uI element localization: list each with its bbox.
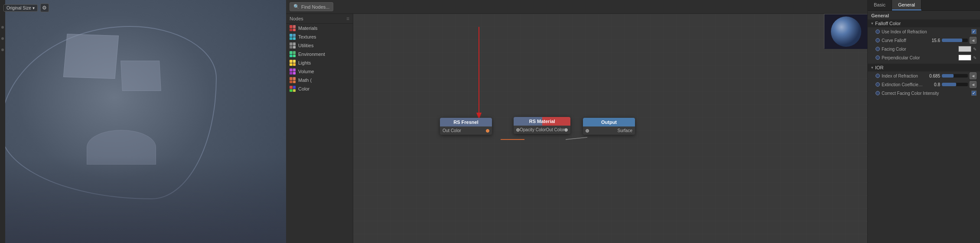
node-list-collapse-icon: ≡ <box>346 16 349 22</box>
node-output-in-port[interactable] <box>586 129 589 133</box>
triangle-icon: ▾ <box>871 21 873 26</box>
node-editor[interactable]: 🔍 Find Nodes... Nodes ≡ MaterialsTexture… <box>286 0 867 243</box>
index-refraction-row: Index of Refraction 0.685 ◀ <box>868 71 980 80</box>
facing-color-swatch[interactable] <box>958 46 971 52</box>
node-rs-fresnel[interactable]: RS Fresnel Out Color <box>440 118 492 135</box>
perpendicular-color-swatch[interactable] <box>958 55 971 61</box>
correct-facing-label: Correct Facing Color Intensity <box>882 91 970 96</box>
find-nodes-button[interactable]: 🔍 Find Nodes... <box>290 2 333 11</box>
node-material-in-port[interactable] <box>516 128 520 132</box>
viewport-gear-button[interactable]: ⚙ <box>40 3 49 12</box>
tab-basic[interactable]: Basic <box>868 0 892 10</box>
facing-color-row: Facing Color ✎ <box>868 45 980 53</box>
icon-cell <box>290 51 293 54</box>
perpendicular-color-icon <box>876 55 880 60</box>
correct-facing-row: Correct Facing Color Intensity ✓ <box>868 89 980 97</box>
icon-cell <box>293 46 296 49</box>
node-icon-0 <box>290 25 296 31</box>
facing-color-label: Facing Color <box>882 47 957 52</box>
node-output-port-row: Surface <box>586 128 632 133</box>
icon-cell <box>290 89 293 92</box>
svg-line-4 <box>566 137 587 139</box>
node-material-port-row: Opacity Color Out Color <box>516 127 568 132</box>
node-output-body: Surface <box>583 126 635 135</box>
node-icon-7 <box>290 86 296 92</box>
icon-cell <box>293 25 296 28</box>
ior-group: ▾ IOR Index of Refraction 0.685 ◀ Extinc… <box>868 64 980 97</box>
node-material-title: RS Material <box>529 119 555 124</box>
ior-header[interactable]: ▾ IOR <box>868 64 980 71</box>
node-output-title: Output <box>601 120 617 125</box>
node-list-item-math-([interactable]: Math ( <box>286 76 353 84</box>
node-fresnel-output-row: Out Color <box>443 128 489 133</box>
node-list-item-textures[interactable]: Textures <box>286 32 353 41</box>
icon-cell <box>293 42 296 45</box>
gear-icon: ⚙ <box>42 5 47 11</box>
properties-panel: Basic General General ▾ Falloff Color Us… <box>867 0 980 243</box>
facing-color-edit-icon[interactable]: ✎ <box>973 47 977 52</box>
icon-cell <box>290 60 293 63</box>
scene-geometry-2 <box>120 61 161 91</box>
use-index-refraction-checkbox[interactable]: ✓ <box>971 29 977 34</box>
side-strip-left <box>0 0 5 243</box>
node-fresnel-title: RS Fresnel <box>453 120 478 125</box>
falloff-color-header[interactable]: ▾ Falloff Color <box>868 19 980 27</box>
icon-cell <box>290 63 293 66</box>
curve-falloff-slider[interactable] <box>942 39 968 42</box>
ior-triangle-icon: ▾ <box>871 65 873 70</box>
tab-general[interactable]: General <box>892 0 921 10</box>
icon-cell <box>293 68 296 71</box>
icon-cell <box>290 55 293 58</box>
node-material-out-port[interactable] <box>564 128 568 132</box>
extinction-coefficient-slider-btn[interactable]: ◀ <box>970 81 977 88</box>
node-list-item-environment[interactable]: Environment <box>286 50 353 58</box>
icon-cell <box>290 46 293 49</box>
use-index-refraction-label: Use Index of Refraction <box>882 29 970 34</box>
node-material-out-label: Out Color <box>546 127 565 132</box>
extinction-coefficient-slider[interactable] <box>942 83 968 86</box>
index-refraction-slider[interactable] <box>942 74 968 78</box>
icon-cell <box>290 42 293 45</box>
icon-cell <box>290 29 293 32</box>
index-refraction-icon <box>876 74 880 78</box>
icon-cell <box>293 81 296 84</box>
facing-color-icon <box>876 47 880 51</box>
icon-cell <box>290 25 293 28</box>
node-list-item-volume[interactable]: Volume <box>286 67 353 76</box>
node-output[interactable]: Output Surface <box>583 118 635 135</box>
node-list-item-label: Volume <box>298 69 314 74</box>
node-list-item-label: Textures <box>298 34 316 39</box>
node-list-item-utilities[interactable]: Utilities <box>286 41 353 50</box>
icon-cell <box>293 63 296 66</box>
perpendicular-color-edit-icon[interactable]: ✎ <box>973 55 977 60</box>
side-dot-3 <box>1 49 4 51</box>
node-icon-4 <box>290 60 296 66</box>
icon-cell <box>290 34 293 37</box>
node-list-item-lights[interactable]: Lights <box>286 58 353 67</box>
icon-cell <box>293 29 296 32</box>
curve-falloff-row: Curve Falloff 15.6 ◀ <box>868 36 980 45</box>
viewport-toolbar: Original Size ▾ ⚙ <box>3 3 49 12</box>
icon-cell <box>290 81 293 84</box>
node-list-panel: Nodes ≡ MaterialsTexturesUtilitiesEnviro… <box>286 14 353 243</box>
viewport-size-label: Original Size <box>7 6 31 10</box>
curve-falloff-slider-btn[interactable]: ◀ <box>970 37 977 44</box>
node-list-item-materials[interactable]: Materials <box>286 24 353 32</box>
curve-falloff-label: Curve Falloff <box>882 38 923 43</box>
index-refraction-slider-btn[interactable]: ◀ <box>970 72 977 79</box>
icon-cell <box>293 51 296 54</box>
node-list-item-color[interactable]: Color <box>286 84 353 93</box>
viewport-size-button[interactable]: Original Size ▾ <box>3 4 38 12</box>
node-output-surface-label: Surface <box>618 128 632 133</box>
node-icon-2 <box>290 42 296 49</box>
extinction-coefficient-icon <box>876 82 880 87</box>
index-refraction-value: 0.685 <box>925 74 940 78</box>
correct-facing-checkbox[interactable]: ✓ <box>971 91 977 96</box>
node-rs-material[interactable]: RS Material Opacity Color Out Color <box>514 117 570 134</box>
curve-falloff-value: 15.6 <box>925 38 940 43</box>
icon-cell <box>293 72 296 75</box>
node-fresnel-out-port[interactable] <box>486 129 489 133</box>
scene-interior <box>0 0 286 243</box>
nodes-canvas[interactable]: RS Fresnel Out Color RS Material Opacity… <box>353 14 867 243</box>
perpendicular-color-label: Perpendicular Color <box>882 55 957 60</box>
